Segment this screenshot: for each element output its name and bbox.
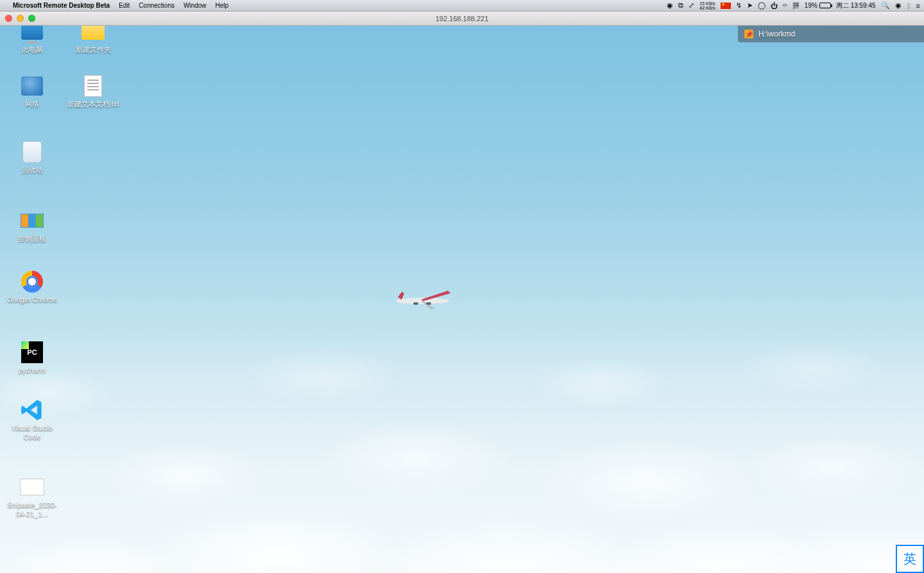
traffic-lights — [0, 15, 35, 22]
menubar-edit[interactable]: Edit — [119, 2, 130, 9]
desktop-icon-label: 新建文件夹 — [76, 46, 111, 55]
menubar-window[interactable]: Window — [184, 2, 207, 9]
control-panel-icon — [20, 209, 44, 233]
desktop-icons: 此电脑 新建文件夹 网络 新建文本文档.txt 回收站 控制面板 Google … — [0, 26, 924, 573]
battery-status[interactable]: 19% — [805, 2, 831, 9]
menubar-connections[interactable]: Connections — [139, 2, 175, 9]
minimize-icon[interactable] — [17, 15, 24, 22]
desktop-icon-chrome[interactable]: Google Chrome — [3, 269, 61, 305]
menubar-help[interactable]: Help — [216, 2, 229, 9]
plane-icon[interactable]: ➤ — [747, 1, 753, 10]
battery-icon — [819, 3, 831, 8]
remote-desktop[interactable]: 📌 H:\workmd 此电脑 新建文件夹 网络 新建文本文档.txt 回收站 … — [0, 26, 924, 573]
chrome-icon — [20, 269, 44, 294]
network-icon — [20, 74, 44, 98]
desktop-icon-label: Snipaste_2020-04-21_1... — [4, 501, 60, 519]
net-down: 42 KB/s — [699, 6, 715, 10]
desktop-icon-pycharm[interactable]: PC pycharm — [3, 340, 61, 375]
close-icon[interactable] — [5, 15, 12, 22]
circle-icon[interactable]: ◯ — [758, 1, 766, 10]
desktop-icon-label: Visual Studio Code — [4, 424, 60, 442]
desktop-icon-label: pycharm — [19, 366, 46, 375]
menubar-clock[interactable]: 周二 13:59:45 — [836, 1, 876, 10]
net-up: 15 KB/s — [699, 1, 715, 6]
menubar-app-name[interactable]: Microsoft Remote Desktop Beta — [13, 2, 110, 9]
desktop-icon-vscode[interactable]: Visual Studio Code — [3, 398, 61, 442]
fullscreen-icon[interactable] — [28, 15, 35, 22]
ime-label: 英 — [903, 551, 916, 568]
spotlight-icon[interactable]: 🔍 — [881, 1, 890, 10]
window-titlebar: 192.168.188.221 — [0, 12, 924, 26]
battery-pct: 19% — [805, 2, 817, 9]
network-stats[interactable]: 15 KB/s 42 KB/s — [699, 1, 715, 10]
desktop-icon-control-panel[interactable]: 控制面板 — [3, 209, 61, 244]
vpn-icon[interactable]: ↯ — [736, 1, 742, 10]
text-file-icon — [81, 74, 105, 98]
status-icon[interactable]: ◉ — [667, 1, 673, 10]
desktop-icon-label: 此电脑 — [22, 46, 43, 55]
window-title: 192.168.188.221 — [436, 15, 489, 22]
pycharm-icon: PC — [20, 340, 44, 364]
flag-cn-icon[interactable] — [721, 3, 731, 9]
expand-icon[interactable]: ⤢ — [689, 1, 694, 10]
recycle-bin-icon — [20, 140, 44, 164]
ime-indicator[interactable]: 英 — [896, 545, 924, 573]
bluetooth-icon[interactable]: ᛒ — [907, 2, 911, 10]
desktop-icon-new-text[interactable]: 新建文本文档.txt — [64, 74, 122, 109]
input-method-icon[interactable]: 拼 — [792, 1, 800, 10]
desktop-icon-label: 回收站 — [22, 166, 43, 175]
vscode-icon — [20, 398, 44, 422]
dropbox-icon[interactable]: ⧉ — [678, 1, 683, 10]
desktop-icon-label: 网络 — [25, 100, 39, 109]
wifi-icon[interactable]: ⌔ — [783, 2, 787, 10]
desktop-icon-network[interactable]: 网络 — [3, 74, 61, 109]
desktop-icon-snipaste[interactable]: Snipaste_2020-04-21_1... — [3, 475, 61, 519]
mac-menubar: Microsoft Remote Desktop Beta Edit Conne… — [0, 0, 924, 12]
image-file-icon — [20, 475, 44, 499]
desktop-icon-label: Google Chrome — [7, 296, 57, 305]
notifications-icon[interactable]: ≡ — [916, 2, 920, 10]
desktop-icon-label: 新建文本文档.txt — [67, 100, 119, 109]
desktop-icon-recycle-bin[interactable]: 回收站 — [3, 140, 61, 175]
desktop-icon-label: 控制面板 — [18, 235, 46, 244]
power-icon[interactable]: ⏻ — [771, 2, 778, 10]
siri-icon[interactable]: ◉ — [895, 1, 902, 10]
